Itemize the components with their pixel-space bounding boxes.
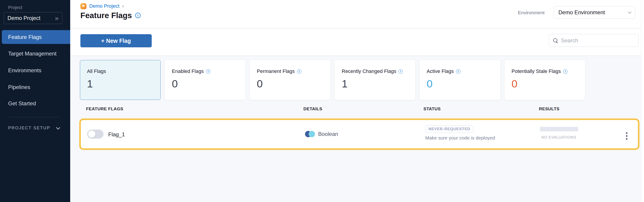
feature-flags-logo-icon: ⚑ xyxy=(80,3,86,9)
sidebar-item-label: Pipelines xyxy=(8,84,30,90)
new-flag-button[interactable]: + New Flag xyxy=(80,34,152,47)
search-icon xyxy=(553,38,558,43)
stat-label: Recently Changed Flags xyxy=(342,68,396,74)
column-header-status: STATUS xyxy=(424,106,441,112)
stat-cards-row: All Flags 1 Enabled Flags i 0 Permanent … xyxy=(80,60,585,100)
evaluations-progress-bar xyxy=(540,127,578,131)
sidebar-item-environments[interactable]: Environments xyxy=(0,67,70,74)
stat-value: 1 xyxy=(342,78,415,90)
toggle-knob xyxy=(88,130,96,138)
stat-label: Active Flags xyxy=(426,68,454,74)
stat-value: 0 xyxy=(257,78,330,90)
app-window: Project Demo Project » Feature Flags Tar… xyxy=(0,0,644,202)
info-icon[interactable]: i xyxy=(563,69,568,74)
sidebar-item-label: Environments xyxy=(8,67,42,73)
sidebar-item-feature-flags[interactable]: Feature Flags xyxy=(2,30,70,44)
content-area: All Flags 1 Enabled Flags i 0 Permanent … xyxy=(70,56,644,202)
search-input[interactable] xyxy=(561,37,634,44)
project-setup-label: PROJECT SETUP xyxy=(8,126,50,130)
flag-results: NO EVALUATIONS xyxy=(540,127,578,140)
stat-label: All Flags xyxy=(87,68,106,74)
flag-toggle[interactable] xyxy=(87,130,104,138)
project-label: Project xyxy=(8,5,22,10)
stat-card-all-flags[interactable]: All Flags 1 xyxy=(80,60,160,100)
sidebar-item-pipelines[interactable]: Pipelines xyxy=(0,84,70,90)
row-options-menu-icon[interactable] xyxy=(622,130,631,142)
flag-status: NEVER-REQUESTED Make sure your code is d… xyxy=(425,125,495,141)
stat-value: 0 xyxy=(512,78,585,90)
toolbar: + New Flag xyxy=(70,29,644,56)
info-icon[interactable]: i xyxy=(206,69,210,74)
double-chevron-icon[interactable]: » xyxy=(55,15,59,22)
column-header-details: DETAILS xyxy=(304,106,322,112)
sidebar-item-label: Get Started xyxy=(8,100,36,106)
flag-name[interactable]: Flag_1 xyxy=(108,131,125,138)
stat-label: Permanent Flags xyxy=(257,68,295,74)
stat-card-potentially-stale-flags[interactable]: Potentially Stale Flags i 0 xyxy=(504,60,585,100)
stat-label: Potentially Stale Flags xyxy=(512,68,561,74)
project-selector[interactable]: Demo Project » xyxy=(4,12,62,24)
stat-value: 1 xyxy=(87,78,160,90)
search-box[interactable] xyxy=(549,34,638,47)
sidebar-item-get-started[interactable]: Get Started xyxy=(0,100,70,107)
info-icon[interactable]: i xyxy=(398,69,403,74)
info-icon[interactable]: i xyxy=(456,69,460,74)
sidebar-item-target-management[interactable]: Target Management xyxy=(0,50,70,57)
chevron-down-icon xyxy=(628,10,632,14)
sidebar-item-label: Feature Flags xyxy=(8,34,42,40)
status-note: Make sure your code is deployed xyxy=(425,135,495,141)
environment-select[interactable]: Demo Environment xyxy=(554,6,635,19)
boolean-type-icon xyxy=(305,131,315,137)
stat-card-permanent-flags[interactable]: Permanent Flags i 0 xyxy=(250,60,330,100)
evaluations-note: NO EVALUATIONS xyxy=(542,135,578,140)
stat-card-active-flags[interactable]: Active Flags i 0 xyxy=(420,60,500,100)
sidebar-divider xyxy=(8,117,60,117)
page-header: ⚑ Demo Project › Feature Flags i Environ… xyxy=(70,0,644,28)
main-area: ⚑ Demo Project › Feature Flags i Environ… xyxy=(70,0,644,202)
stat-label: Enabled Flags xyxy=(172,68,204,74)
scrollbar-track[interactable] xyxy=(641,0,644,202)
environment-label: Environment xyxy=(518,10,544,16)
info-icon[interactable]: i xyxy=(297,69,302,74)
stat-value: 0 xyxy=(172,78,245,90)
sidebar-item-label: Target Management xyxy=(8,50,56,56)
stat-value: 0 xyxy=(426,78,500,90)
title-info-icon[interactable]: i xyxy=(135,13,140,18)
breadcrumb: ⚑ Demo Project › xyxy=(80,3,124,9)
sidebar-section-project-setup[interactable]: PROJECT SETUP xyxy=(8,126,59,130)
status-badge: NEVER-REQUESTED xyxy=(425,125,474,133)
table-row-flag-1[interactable]: Flag_1 Boolean NEVER-REQUESTED Make sure… xyxy=(79,118,640,150)
breadcrumb-chevron-icon: › xyxy=(122,3,124,9)
flag-type-details: Boolean xyxy=(305,131,338,137)
page-title: Feature Flags xyxy=(80,11,132,20)
breadcrumb-project-link[interactable]: Demo Project xyxy=(89,3,119,9)
sidebar: Project Demo Project » Feature Flags Tar… xyxy=(0,0,70,202)
stat-card-recently-changed-flags[interactable]: Recently Changed Flags i 1 xyxy=(335,60,415,100)
column-header-feature-flags: FEATURE FLAGS xyxy=(86,106,123,112)
flag-type-label: Boolean xyxy=(318,131,338,137)
chevron-down-icon xyxy=(56,126,60,130)
stat-card-enabled-flags[interactable]: Enabled Flags i 0 xyxy=(165,60,246,100)
environment-select-value: Demo Environment xyxy=(558,9,605,16)
title-row: Feature Flags i xyxy=(80,11,140,20)
project-selector-value: Demo Project xyxy=(8,15,40,21)
column-header-results: RESULTS xyxy=(539,106,560,112)
